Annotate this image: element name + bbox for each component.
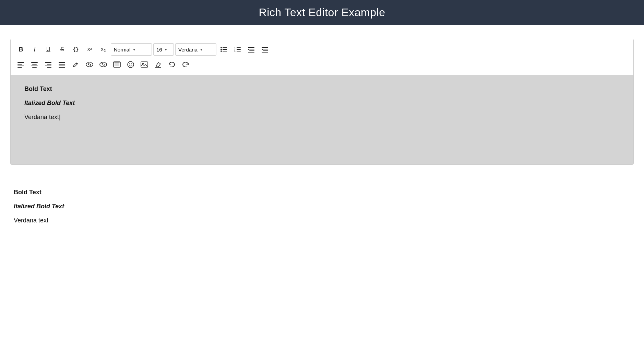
svg-point-4	[220, 50, 222, 52]
editor-container: B I U S {} X² X₂	[10, 39, 634, 165]
svg-rect-19	[263, 50, 268, 51]
unlink-icon	[99, 62, 107, 67]
indent-increase-icon	[248, 46, 255, 53]
toolbar-row-2	[15, 58, 629, 71]
font-size-value: 16	[156, 47, 162, 53]
subscript-button[interactable]: X₂	[97, 43, 109, 56]
link-icon	[86, 62, 93, 67]
link-button[interactable]	[83, 58, 96, 71]
svg-rect-11	[237, 51, 241, 51]
svg-point-44	[128, 61, 134, 68]
svg-rect-41	[115, 63, 119, 66]
indent-increase-button[interactable]	[245, 43, 258, 56]
ordered-list-icon: 1. 2. 3.	[234, 46, 241, 53]
svg-rect-20	[262, 52, 268, 53]
svg-rect-26	[31, 62, 38, 63]
svg-rect-9	[237, 49, 241, 50]
svg-marker-21	[262, 49, 263, 50]
svg-rect-29	[32, 67, 37, 68]
svg-rect-15	[248, 52, 254, 53]
svg-rect-17	[262, 47, 268, 48]
output-section: Bold Text Italized Bold Text Verdana tex…	[10, 182, 634, 238]
redo-button[interactable]	[179, 58, 192, 71]
svg-rect-22	[17, 62, 24, 63]
svg-rect-1	[223, 47, 227, 48]
svg-rect-35	[59, 64, 65, 65]
svg-rect-5	[223, 51, 227, 51]
output-line-1: Bold Text	[14, 189, 630, 196]
unordered-list-icon	[220, 46, 227, 53]
svg-point-45	[129, 63, 130, 64]
eraser-icon	[154, 61, 162, 68]
image-icon	[141, 61, 148, 68]
bold-button[interactable]: B	[15, 43, 27, 56]
toolbar-row-1: B I U S {} X² X₂	[15, 43, 629, 56]
svg-marker-16	[248, 49, 249, 50]
eraser-button[interactable]	[152, 58, 164, 71]
svg-point-0	[220, 47, 222, 48]
emoji-icon	[127, 61, 134, 68]
embed-button[interactable]	[111, 58, 123, 71]
svg-rect-31	[47, 64, 51, 65]
svg-rect-34	[59, 62, 65, 63]
undo-button[interactable]	[166, 58, 178, 71]
app-title: Rich Text Editor Example	[259, 6, 385, 19]
svg-text:3.: 3.	[234, 50, 236, 52]
font-family-select[interactable]: Verdana ▼	[175, 43, 216, 56]
svg-rect-3	[223, 49, 227, 50]
svg-rect-27	[32, 64, 37, 65]
svg-rect-13	[249, 49, 254, 49]
underline-button[interactable]: U	[42, 43, 55, 56]
align-right-button[interactable]	[42, 58, 55, 71]
svg-point-2	[220, 49, 222, 50]
align-right-icon	[45, 61, 52, 68]
svg-rect-12	[248, 47, 254, 48]
font-family-value: Verdana	[178, 47, 198, 53]
svg-point-46	[131, 63, 132, 64]
unlink-button[interactable]	[97, 58, 109, 71]
svg-rect-18	[263, 49, 268, 49]
svg-rect-37	[59, 67, 65, 68]
svg-rect-23	[17, 64, 22, 65]
size-dropdown-arrow: ▼	[164, 48, 168, 51]
undo-icon	[168, 61, 176, 68]
emoji-button[interactable]	[124, 58, 137, 71]
image-button[interactable]	[138, 58, 151, 71]
align-justify-icon	[59, 61, 65, 68]
superscript-button[interactable]: X²	[83, 43, 96, 56]
pen-button[interactable]	[70, 58, 82, 71]
style-dropdown-arrow: ▼	[132, 48, 136, 51]
unordered-list-button[interactable]	[218, 43, 230, 56]
align-center-button[interactable]	[28, 58, 41, 71]
svg-rect-7	[237, 47, 241, 48]
strikethrough-button[interactable]: S	[56, 43, 68, 56]
output-line-2: Italized Bold Text	[14, 203, 630, 210]
pen-icon	[72, 61, 79, 68]
editor-line-2: Italized Bold Text	[24, 100, 620, 107]
code-button[interactable]: {}	[70, 43, 82, 56]
svg-rect-24	[17, 66, 24, 66]
svg-rect-14	[249, 50, 254, 51]
editor-body[interactable]: Bold Text Italized Bold Text Verdana tex…	[11, 75, 633, 164]
align-left-button[interactable]	[15, 58, 27, 71]
align-justify-button[interactable]	[56, 58, 68, 71]
ordered-list-button[interactable]: 1. 2. 3.	[231, 43, 244, 56]
font-dropdown-arrow: ▼	[200, 48, 203, 51]
output-line-3: Verdana text	[14, 217, 630, 224]
embed-icon	[113, 61, 121, 68]
svg-rect-25	[17, 67, 22, 68]
indent-decrease-button[interactable]	[259, 43, 271, 56]
font-size-select[interactable]: 16 ▼	[153, 43, 174, 56]
italic-button[interactable]: I	[28, 43, 41, 56]
main-content: B I U S {} X² X₂	[0, 25, 644, 252]
svg-rect-32	[45, 66, 51, 66]
editor-line-3: Verdana text	[24, 114, 620, 121]
align-left-icon	[17, 61, 24, 68]
svg-rect-33	[47, 67, 51, 68]
style-select[interactable]: Normal ▼	[111, 43, 152, 56]
redo-icon	[182, 61, 189, 68]
style-select-value: Normal	[114, 47, 130, 53]
indent-decrease-icon	[262, 46, 269, 53]
align-center-icon	[31, 61, 38, 68]
app-header: Rich Text Editor Example	[0, 0, 644, 25]
